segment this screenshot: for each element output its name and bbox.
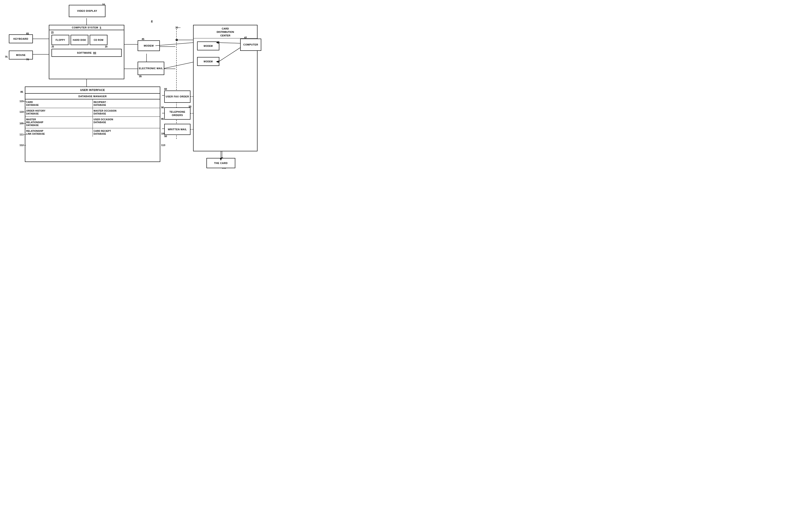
ref-50: 50 [164, 135, 167, 138]
ref-65: 65 [26, 32, 29, 35]
card-receipt-cell: CARD RECIEPTDATABASE [93, 128, 160, 137]
user-fax-box: USER FAX ORDER [164, 91, 191, 103]
db-row-3: MASTERRELATIONSHIPDATABASE USER OCCASION… [25, 117, 160, 128]
master-relationship-cell: MASTERRELATIONSHIPDATABASE [25, 117, 93, 128]
db-row-1: CARDDATABASE RECIPIENT ·DATABASE [25, 99, 160, 108]
computer-system-box: COMPUTER SYSTEM 5 15 FLOPPY HARD DISK CD… [49, 25, 124, 79]
mouse-box: MOUSE [9, 50, 33, 60]
ref-42: 42 [244, 36, 247, 39]
svg-line-28 [155, 43, 193, 46]
ref-35: 35 [139, 75, 142, 78]
card-database-cell: CARDDATABASE [25, 99, 93, 108]
ref-10: 10 [102, 3, 105, 6]
svg-line-29 [164, 62, 193, 68]
modem-1215a-box: MODEM [197, 41, 219, 50]
ref-112: 112— [20, 144, 26, 146]
ref-113: 113 [161, 144, 165, 146]
ref-110: 110— [20, 110, 26, 113]
video-display-box: VIDEO DISPLAY [69, 5, 105, 17]
database-manager-header: DATABASE MANAGER [25, 94, 160, 99]
ref-30: 30— [175, 26, 181, 29]
ref-70: 70 [26, 58, 29, 61]
ref-4: 4 [151, 20, 153, 23]
written-mail-box: WRITTEN MAIL [164, 124, 191, 135]
cdrom-box: CD ROM [90, 35, 107, 45]
ref-55: 55 [189, 105, 191, 108]
hard-disk-box: HARD DISK [71, 35, 88, 45]
ref-75: 75 [5, 56, 7, 58]
ref-95: 95 [161, 117, 164, 120]
ref-60: 60 [164, 88, 167, 90]
computer-system-header: COMPUTER SYSTEM 5 [49, 25, 124, 30]
order-history-cell: ORDER HISTORYDATABASE [25, 108, 93, 116]
user-occasion-cell: USER OCCASIONDATABASE [93, 117, 160, 128]
recipient-database-cell: RECIPIENT ·DATABASE [93, 99, 160, 108]
modem-1215b-box: MODEM [197, 57, 219, 66]
db-row-2: ORDER HISTORYDATABASE MASTER OCCASIONDAT… [25, 108, 160, 117]
modem-top-box: MODEM [138, 40, 160, 51]
ref-120: 120 [222, 168, 226, 169]
user-interface-header: USER INTERFACE [25, 87, 160, 94]
master-occasion-cell: MASTER OCCASIONDATABASE [93, 108, 160, 116]
ref-45: 45 [142, 38, 144, 40]
keyboard-box: KEYBOARD [9, 34, 33, 43]
card-dist-header: CARDDISTRIBUTIONCENTER [194, 25, 257, 38]
svg-marker-22 [175, 39, 177, 41]
ref-105: 105— [20, 122, 26, 125]
floppy-box: FLOPPY [52, 35, 69, 45]
diagram: 4 VIDEO DISPLAY 10 KEYBOARD 65 MOUSE 75 … [0, 0, 266, 169]
the-card-box: THE CARD [206, 158, 235, 168]
software-section-box: USER INTERFACE DATABASE MANAGER CARDDATA… [25, 87, 160, 162]
electronic-mail-box: ELECTRONIC MAIL [138, 62, 164, 75]
ref-111: 111— [20, 133, 26, 136]
relationship-link-cell: RELATIONSHIPLINK DATABASE [25, 128, 93, 137]
db-row-4: RELATIONSHIPLINK DATABASE CARD RECIEPTDA… [25, 128, 160, 137]
ref-85: 85 [21, 91, 23, 93]
telephone-orders-box: TELEPHONE ORDERS [164, 107, 191, 120]
software-box: SOFTWARE 80 [52, 49, 122, 57]
ref-115: 115— [20, 100, 26, 103]
computer-42-box: COMPUTER [240, 39, 261, 51]
ref-90: 90 [161, 106, 164, 109]
